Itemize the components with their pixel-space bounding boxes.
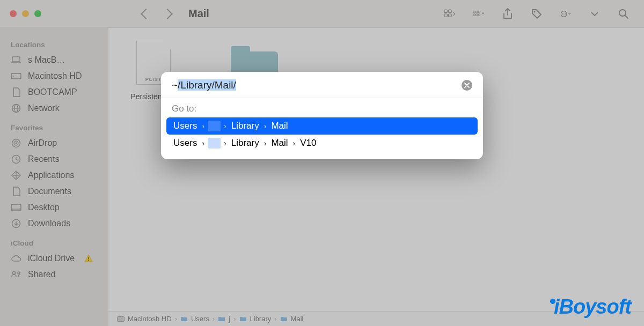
path-part: Library [230, 138, 261, 149]
more-icon[interactable] [560, 9, 571, 19]
folder-icon [280, 315, 288, 323]
sidebar-item-label: Downloads [28, 219, 70, 228]
goto-label: Go to: [161, 98, 483, 117]
download-icon [11, 219, 21, 228]
svg-rect-16 [12, 57, 20, 62]
svg-rect-25 [11, 204, 21, 211]
go-to-folder-dialog: ~/Library/Mail/ Go to: Users› › Library›… [161, 72, 483, 159]
svg-point-18 [13, 76, 14, 77]
sidebar-item-label: Macintosh HD [28, 71, 82, 81]
sidebar-item-icloud-drive[interactable]: iCloud Drive [0, 250, 108, 266]
path-part: Users [172, 121, 199, 131]
folder-icon [180, 315, 188, 323]
warning-icon [84, 254, 93, 263]
path-part: Users [172, 138, 199, 149]
close-button[interactable] [10, 10, 17, 17]
desktop-icon [11, 203, 21, 212]
sidebar-item-recents[interactable]: Recents [0, 151, 108, 167]
suggestion-row[interactable]: Users› › Library› Mail [166, 117, 478, 135]
sidebar-header-locations: Locations [0, 33, 108, 52]
svg-rect-0 [444, 10, 447, 12]
sidebar-item-label: Applications [28, 171, 74, 180]
path-input[interactable]: ~/Library/Mail/ [172, 79, 462, 91]
window-controls [0, 10, 51, 17]
path-part-redacted [208, 138, 221, 149]
sidebar-item-label: Documents [28, 187, 71, 196]
svg-rect-8 [476, 14, 478, 16]
sidebar-item-label: s MacB… [28, 55, 65, 65]
doc-icon [11, 87, 21, 97]
svg-rect-5 [476, 11, 478, 12]
svg-point-29 [18, 272, 20, 274]
sidebar-item-label: Desktop [28, 203, 60, 212]
dialog-input-row: ~/Library/Mail/ [161, 72, 483, 98]
path-part: Mail [269, 121, 289, 131]
chevron-down-icon[interactable] [589, 9, 600, 19]
cloud-icon [11, 254, 21, 263]
sidebar-item-airdrop[interactable]: AirDrop [0, 135, 108, 151]
svg-rect-6 [478, 11, 480, 12]
sidebar-item-shared[interactable]: Shared [0, 266, 108, 283]
svg-rect-1 [449, 10, 451, 12]
sidebar-item-documents[interactable]: Documents [0, 183, 108, 199]
svg-point-14 [565, 13, 566, 14]
clear-button[interactable] [462, 80, 472, 91]
suggestion-row[interactable]: Users› › Library› Mail› V10 [166, 135, 478, 152]
laptop-icon [11, 55, 21, 65]
input-selection: /Library/Mail/ [178, 79, 236, 91]
path-segment[interactable]: Macintosh HD [128, 315, 172, 323]
sidebar-item-label: Network [28, 103, 60, 113]
group-icon[interactable] [473, 9, 484, 19]
sidebar-item-label: iCloud Drive [28, 254, 75, 263]
svg-point-28 [13, 272, 16, 275]
titlebar: Mail [0, 0, 644, 28]
svg-rect-3 [449, 14, 451, 17]
path-part-redacted [208, 121, 221, 131]
path-segment[interactable]: Library [250, 315, 272, 323]
search-icon[interactable] [618, 9, 629, 19]
finder-window: Mail Locations s MacB… Macintosh HD BOOT… [0, 0, 644, 326]
svg-rect-9 [478, 14, 480, 16]
minimize-button[interactable] [22, 10, 29, 17]
back-button[interactable] [141, 9, 151, 19]
path-segment[interactable]: Mail [291, 315, 304, 323]
svg-rect-17 [11, 73, 21, 79]
sidebar-item-downloads[interactable]: Downloads [0, 216, 108, 232]
hdd-icon [117, 315, 125, 323]
clock-icon [11, 154, 21, 164]
hdd-icon [11, 71, 21, 81]
path-segment[interactable]: Users [191, 315, 209, 323]
sidebar-item-desktop[interactable]: Desktop [0, 199, 108, 216]
sidebar-item-label: AirDrop [28, 138, 57, 148]
shared-icon [11, 270, 21, 279]
toolbar [444, 9, 644, 19]
doc-icon [11, 187, 21, 196]
svg-rect-30 [118, 316, 125, 321]
sidebar: Locations s MacB… Macintosh HD BOOTCAMP … [0, 28, 108, 326]
zoom-button[interactable] [34, 10, 41, 17]
airdrop-icon [11, 138, 21, 148]
svg-rect-7 [473, 14, 475, 16]
path-segment[interactable]: j [229, 315, 230, 323]
path-part: Library [230, 121, 261, 131]
path-part: V10 [298, 138, 318, 149]
sidebar-item-bootcamp[interactable]: BOOTCAMP [0, 84, 108, 100]
nav-buttons [142, 10, 171, 18]
sidebar-header-favorites: Favorites [0, 116, 108, 135]
watermark: iBoysoft [548, 295, 631, 318]
sidebar-item-label: BOOTCAMP [28, 87, 77, 97]
forward-button[interactable] [162, 9, 173, 19]
sidebar-item-label: Recents [28, 154, 60, 164]
path-part: Mail [269, 138, 289, 149]
folder-icon [218, 315, 225, 323]
sidebar-item-macintosh-hd[interactable]: Macintosh HD [0, 68, 108, 84]
svg-rect-2 [444, 14, 447, 17]
sidebar-item-applications[interactable]: Applications [0, 167, 108, 183]
tag-icon[interactable] [531, 9, 542, 19]
sidebar-item-device[interactable]: s MacB… [0, 52, 108, 68]
sidebar-item-network[interactable]: Network [0, 100, 108, 116]
folder-icon [239, 315, 247, 323]
view-icon-grid[interactable] [444, 9, 455, 19]
share-icon[interactable] [502, 9, 513, 19]
svg-point-27 [88, 260, 89, 261]
